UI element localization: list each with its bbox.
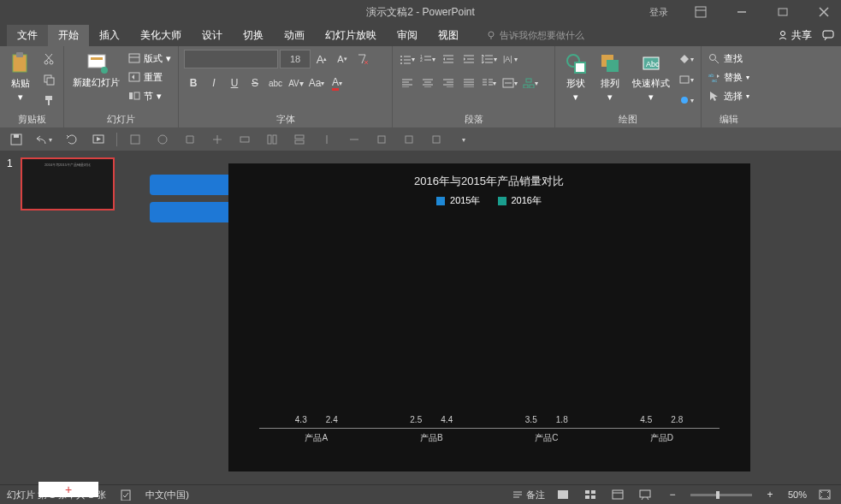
tab-home[interactable]: 开始 [48,25,89,46]
qat-btn-1[interactable] [126,130,145,149]
zoom-slider[interactable] [690,494,752,496]
cut-button[interactable] [39,50,58,68]
align-left-button[interactable] [398,74,417,92]
qat-btn-8[interactable] [317,130,336,149]
zoom-percent[interactable]: 50% [788,489,807,500]
login-link[interactable]: 登录 [649,6,668,19]
text-direction-button[interactable]: |A|▾ [500,50,519,68]
svg-rect-24 [129,54,139,62]
shapes-button[interactable]: 形状▾ [560,50,591,104]
legend-item-2015: 2015年 [436,194,480,207]
font-color-button[interactable]: A▾ [328,74,346,92]
start-from-beginning-button[interactable] [89,130,108,149]
shrink-font-button[interactable]: A▾ [333,50,352,68]
align-center-button[interactable] [418,74,437,92]
qat-more-button[interactable]: ▾ [454,130,473,149]
pill-2[interactable] [150,202,234,222]
bullets-button[interactable]: ▾ [398,50,417,68]
svg-line-16 [46,54,52,61]
svg-rect-100 [273,135,276,144]
fit-to-window-button[interactable] [815,485,834,504]
save-button[interactable] [7,130,26,149]
new-slide-button[interactable]: 新建幻灯片 [69,50,123,89]
font-size-select[interactable]: 18 [280,50,311,68]
tab-transitions[interactable]: 切换 [233,25,274,46]
shape-effects-button[interactable]: ▾ [677,91,696,110]
select-button[interactable]: 选择▾ [707,87,751,104]
strikethrough-button[interactable]: S [246,74,264,92]
tab-file[interactable]: 文件 [7,25,48,46]
numbering-button[interactable]: 12▾ [418,50,437,68]
indent-increase-button[interactable] [459,50,478,68]
grow-font-button[interactable]: A▴ [312,50,331,68]
zoom-out-button[interactable]: − [663,485,682,504]
qat-btn-9[interactable] [345,130,364,149]
shape-outline-button[interactable]: ▾ [677,70,696,89]
ribbon-options-icon[interactable] [684,0,718,24]
tab-slideshow[interactable]: 幻灯片放映 [315,25,387,46]
bold-button[interactable]: B [184,74,203,92]
indent-decrease-button[interactable] [439,50,458,68]
tab-insert[interactable]: 插入 [89,25,130,46]
line-spacing-button[interactable]: ▾ [480,50,499,68]
replace-button[interactable]: abac替换▾ [707,68,751,86]
reset-button[interactable]: 重置 [127,68,173,86]
redo-button[interactable] [62,130,80,149]
normal-view-button[interactable] [554,485,572,504]
qat-btn-11[interactable] [400,130,418,149]
justify-button[interactable] [459,74,478,92]
qat-btn-2[interactable] [153,130,172,149]
minimize-button[interactable] [725,0,759,24]
char-spacing-button[interactable]: AV▾ [287,74,305,92]
tab-animations[interactable]: 动画 [274,25,315,46]
slide-thumbnail-1[interactable]: 2016年与2015年产品销量对比 [21,157,115,210]
spellcheck-icon[interactable] [120,489,132,501]
qat-btn-7[interactable] [290,130,309,149]
font-name-select[interactable] [184,50,278,68]
arrange-button[interactable]: 排列▾ [595,50,625,104]
zoom-slider-thumb[interactable] [716,491,720,499]
qat-btn-12[interactable] [427,130,446,149]
tab-view[interactable]: 视图 [428,25,469,46]
align-text-button[interactable]: ▾ [500,74,519,92]
underline-button[interactable]: U [225,74,244,92]
zoom-in-button[interactable]: + [761,485,779,504]
qat-btn-6[interactable] [263,130,281,149]
quick-styles-button[interactable]: Abc 快速样式▾ [629,50,673,104]
shape-fill-button[interactable]: ▾ [677,50,696,68]
copy-button[interactable] [39,70,58,89]
qat-btn-3[interactable] [181,130,199,149]
format-painter-button[interactable] [39,91,58,110]
qat-btn-5[interactable] [235,130,254,149]
maximize-button[interactable] [766,0,800,24]
tab-review[interactable]: 审阅 [387,25,428,46]
tab-design[interactable]: 设计 [192,25,233,46]
comment-icon[interactable] [822,29,834,41]
columns-button[interactable]: ▾ [480,74,499,92]
close-button[interactable] [807,0,841,24]
notes-button[interactable]: 备注 [512,489,545,501]
italic-button[interactable]: I [204,74,223,92]
clear-format-button[interactable] [353,50,372,68]
slide-sorter-button[interactable] [581,485,600,504]
slide-canvas[interactable]: 2016年与2015年产品销量对比 2015年 2016年 4.32.42.54… [228,163,750,471]
change-case-button[interactable]: Aa▾ [307,74,326,92]
layout-button[interactable]: 版式▾ [127,50,173,67]
qat-btn-4[interactable] [208,130,227,149]
shadow-button[interactable]: abc [266,74,285,92]
reading-view-button[interactable] [608,485,627,504]
add-slide-button[interactable]: + [38,482,98,497]
undo-button[interactable]: ▾ [34,130,53,149]
align-right-button[interactable] [439,74,458,92]
paste-button[interactable]: 粘贴 ▾ [5,50,36,104]
tab-beautify[interactable]: 美化大师 [130,25,192,46]
language-label[interactable]: 中文(中国) [145,489,189,501]
smartart-button[interactable]: ▾ [521,74,540,92]
qat-btn-10[interactable] [372,130,391,149]
find-button[interactable]: 查找 [707,50,751,67]
tell-me[interactable]: 告诉我你想要做什么 [486,29,584,42]
section-button[interactable]: 节▾ [127,87,173,104]
share-button[interactable]: 共享 [778,28,812,43]
slideshow-view-button[interactable] [636,485,654,504]
pill-1[interactable] [150,175,234,195]
